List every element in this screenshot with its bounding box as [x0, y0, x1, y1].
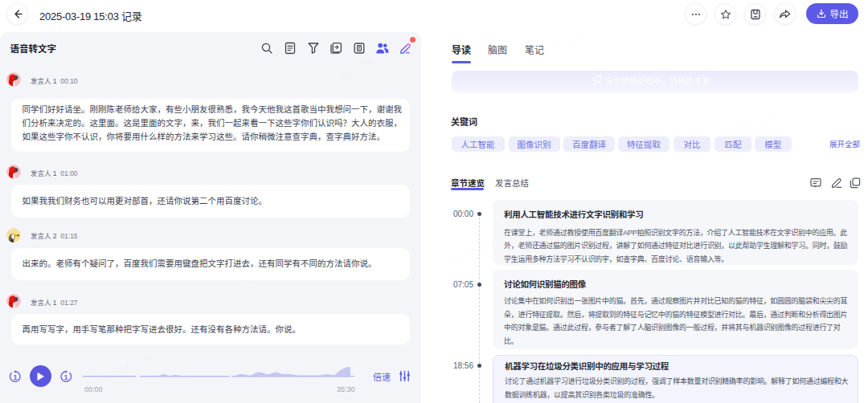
svg-text:1: 1 [63, 373, 68, 381]
svg-text:1: 1 [13, 373, 17, 381]
